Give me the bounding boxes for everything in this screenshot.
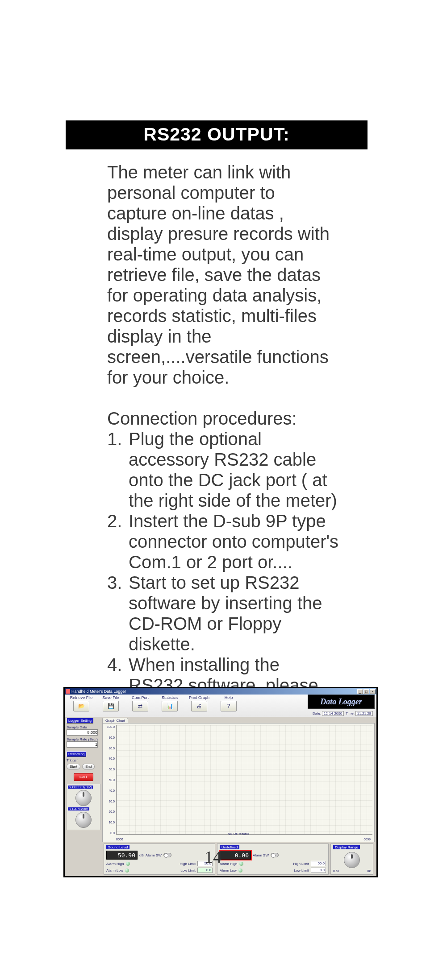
close-button[interactable]: × xyxy=(370,689,376,694)
datetime: Date:12-14-2000 Time:11:21:28 xyxy=(313,711,374,716)
x-tick: 0099 xyxy=(363,838,371,841)
end-button[interactable]: End xyxy=(82,764,95,769)
menu-label: Com.Port xyxy=(132,695,149,700)
chart-icon: 📊 xyxy=(167,703,173,709)
led-icon xyxy=(125,868,129,872)
x-tick: 0000 xyxy=(116,838,123,841)
sample-data-input[interactable] xyxy=(67,729,98,736)
minimize-button[interactable]: _ xyxy=(357,689,363,694)
menu-com-port[interactable]: Com.Port ⇄ xyxy=(125,695,155,711)
app-title: Handheld Meter's Data Logger xyxy=(71,689,126,694)
date-value: 12-14-2000 xyxy=(322,711,344,716)
intro-paragraph: The meter can link with personal compute… xyxy=(107,162,339,388)
y-tick: 60.0 xyxy=(103,768,115,771)
x-axis-label: No. Of Records xyxy=(103,832,374,835)
trigger-label: Trigger xyxy=(67,758,100,762)
menu-label: Print Graph xyxy=(189,695,209,700)
low-limit-label: Low Limit xyxy=(180,868,196,872)
maximize-button[interactable]: □ xyxy=(363,689,369,694)
procedures-title: Connection procedures: xyxy=(107,408,339,429)
menu-help[interactable]: Help ? xyxy=(214,695,243,711)
menu-save-file[interactable]: Save File 💾 xyxy=(96,695,125,711)
step-3: 3.Start to set up RS232 software by inse… xyxy=(107,572,339,654)
menu-statistics[interactable]: Statistics 📊 xyxy=(155,695,184,711)
port-icon: ⇄ xyxy=(138,703,142,709)
alarm-low-label: Alarm Low xyxy=(106,868,123,872)
graph-chart-tab[interactable]: Graph Chart xyxy=(102,718,128,723)
section-title: RS232 OUTPUT: xyxy=(66,120,368,149)
sample-rate-label: Sample Rate (Sec.) xyxy=(67,737,100,741)
floppy-icon: 💾 xyxy=(108,703,114,709)
exit-button[interactable]: EXIT xyxy=(74,773,93,781)
menu-label: Help xyxy=(225,695,233,700)
logger-setting-tag: Logger Setting xyxy=(67,718,93,724)
menu-label: Statistics xyxy=(162,695,178,700)
y-tick: 40.0 xyxy=(103,789,115,792)
menu-retrieve-file[interactable]: Retrieve File 📂 xyxy=(67,695,96,711)
y-tick: 30.0 xyxy=(103,800,115,803)
range-tick: 8k xyxy=(368,869,371,872)
y-offset-knob[interactable] xyxy=(75,790,92,806)
page-number: 14 xyxy=(0,847,426,867)
sample-data-label: Sample Data xyxy=(67,725,100,729)
y-tick: 70.0 xyxy=(103,757,115,760)
y-tick: 20.0 xyxy=(103,810,115,813)
low-limit-input[interactable]: 0.0 xyxy=(311,868,326,873)
y-gain-knob[interactable] xyxy=(75,812,92,828)
sample-rate-input[interactable] xyxy=(67,741,98,748)
y-tick: 50.0 xyxy=(103,778,115,782)
y-gain-label: Y GAINS/DIV xyxy=(68,807,89,810)
y-tick: 80.0 xyxy=(103,747,115,750)
recording-tag: Recording xyxy=(67,751,86,757)
help-icon: ? xyxy=(227,703,230,709)
menu-print-graph[interactable]: Print Graph 🖨 xyxy=(184,695,214,711)
chart-plot: 100.0 90.0 80.0 70.0 60.0 50.0 40.0 30.0… xyxy=(102,723,375,842)
menu-label: Save File xyxy=(102,695,119,700)
y-tick: 90.0 xyxy=(103,736,115,739)
low-limit-label: Low Limit xyxy=(294,868,309,872)
printer-icon: 🖨 xyxy=(196,703,202,709)
led-icon xyxy=(238,868,242,872)
y-tick: 100.0 xyxy=(103,725,115,728)
y-tick: 10.0 xyxy=(103,821,115,824)
time-value: 11:21:28 xyxy=(355,711,373,716)
range-tick: 0.5k xyxy=(333,869,339,872)
folder-open-icon: 📂 xyxy=(78,703,85,709)
alarm-low-label: Alarm Low xyxy=(220,868,237,872)
low-limit-input[interactable]: 0.0 xyxy=(197,868,213,873)
app-title-icon xyxy=(66,689,70,694)
step-2: 2.Instert the D-sub 9P type connector on… xyxy=(107,511,339,572)
y-offset-label: Y OFFSET(DIV) xyxy=(68,786,93,789)
app-logo: Data Logger xyxy=(308,695,375,709)
menu-label: Retrieve File xyxy=(70,695,93,700)
step-1: 1.Plug the optional accessory RS232 cabl… xyxy=(107,429,339,511)
start-button[interactable]: Start xyxy=(67,764,80,769)
